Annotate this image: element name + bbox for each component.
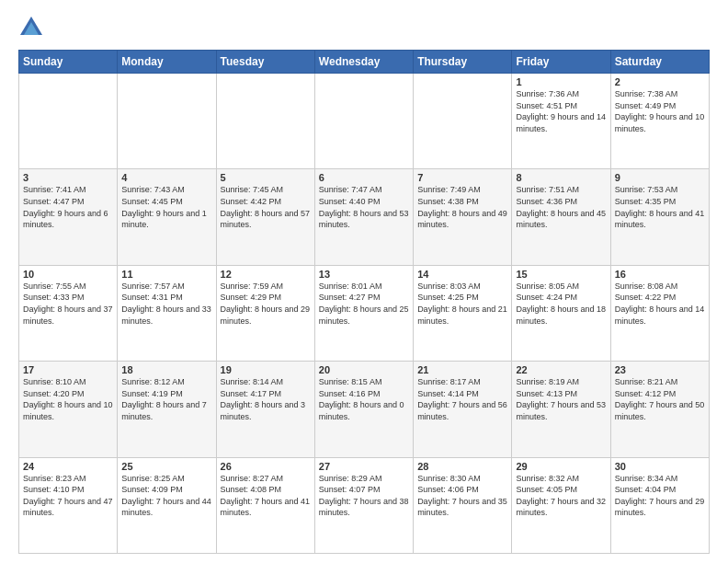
day-header-wednesday: Wednesday	[314, 51, 413, 74]
day-cell: 14Sunrise: 8:03 AM Sunset: 4:25 PM Dayli…	[414, 265, 512, 361]
day-cell	[314, 74, 413, 169]
day-info: Sunrise: 8:25 AM Sunset: 4:09 PM Dayligh…	[121, 473, 211, 519]
day-number: 10	[23, 269, 113, 280]
day-number: 1	[516, 76, 606, 87]
day-cell: 25Sunrise: 8:25 AM Sunset: 4:09 PM Dayli…	[118, 457, 216, 553]
day-number: 23	[615, 364, 705, 375]
day-info: Sunrise: 8:08 AM Sunset: 4:22 PM Dayligh…	[615, 281, 705, 327]
day-cell: 8Sunrise: 7:51 AM Sunset: 4:36 PM Daylig…	[512, 169, 610, 265]
day-cell: 30Sunrise: 8:34 AM Sunset: 4:04 PM Dayli…	[610, 457, 709, 553]
calendar-body: 1Sunrise: 7:36 AM Sunset: 4:51 PM Daylig…	[19, 74, 710, 554]
day-cell: 19Sunrise: 8:14 AM Sunset: 4:17 PM Dayli…	[216, 362, 314, 457]
day-cell: 18Sunrise: 8:12 AM Sunset: 4:19 PM Dayli…	[118, 362, 216, 457]
day-number: 29	[516, 461, 606, 472]
day-cell: 16Sunrise: 8:08 AM Sunset: 4:22 PM Dayli…	[610, 265, 709, 361]
day-header-thursday: Thursday	[414, 51, 512, 74]
day-cell: 9Sunrise: 7:53 AM Sunset: 4:35 PM Daylig…	[610, 169, 709, 265]
day-cell: 2Sunrise: 7:38 AM Sunset: 4:49 PM Daylig…	[610, 74, 709, 169]
day-info: Sunrise: 7:41 AM Sunset: 4:47 PM Dayligh…	[23, 184, 113, 230]
day-info: Sunrise: 7:57 AM Sunset: 4:31 PM Dayligh…	[121, 281, 211, 327]
day-info: Sunrise: 7:45 AM Sunset: 4:42 PM Dayligh…	[221, 184, 311, 230]
day-cell	[19, 74, 118, 169]
day-cell: 21Sunrise: 8:17 AM Sunset: 4:14 PM Dayli…	[414, 362, 512, 457]
day-cell: 1Sunrise: 7:36 AM Sunset: 4:51 PM Daylig…	[512, 74, 610, 169]
day-cell: 5Sunrise: 7:45 AM Sunset: 4:42 PM Daylig…	[216, 169, 314, 265]
day-info: Sunrise: 8:03 AM Sunset: 4:25 PM Dayligh…	[417, 281, 507, 327]
day-info: Sunrise: 8:23 AM Sunset: 4:10 PM Dayligh…	[23, 473, 113, 519]
day-info: Sunrise: 8:01 AM Sunset: 4:27 PM Dayligh…	[319, 281, 409, 327]
day-number: 20	[319, 364, 409, 375]
day-cell: 6Sunrise: 7:47 AM Sunset: 4:40 PM Daylig…	[314, 169, 413, 265]
day-number: 9	[615, 172, 705, 183]
day-number: 11	[121, 269, 211, 280]
day-number: 17	[23, 364, 113, 375]
week-row-1: 3Sunrise: 7:41 AM Sunset: 4:47 PM Daylig…	[19, 169, 710, 265]
day-number: 27	[319, 461, 409, 472]
day-number: 22	[516, 364, 606, 375]
day-header-monday: Monday	[118, 51, 216, 74]
day-cell: 7Sunrise: 7:49 AM Sunset: 4:38 PM Daylig…	[414, 169, 512, 265]
week-row-2: 10Sunrise: 7:55 AM Sunset: 4:33 PM Dayli…	[19, 265, 710, 361]
day-number: 4	[121, 172, 211, 183]
day-info: Sunrise: 8:10 AM Sunset: 4:20 PM Dayligh…	[23, 376, 113, 422]
day-cell: 13Sunrise: 8:01 AM Sunset: 4:27 PM Dayli…	[314, 265, 413, 361]
day-info: Sunrise: 7:55 AM Sunset: 4:33 PM Dayligh…	[23, 281, 113, 327]
day-number: 19	[221, 364, 311, 375]
day-header-saturday: Saturday	[610, 51, 709, 74]
day-cell: 11Sunrise: 7:57 AM Sunset: 4:31 PM Dayli…	[118, 265, 216, 361]
day-number: 21	[417, 364, 507, 375]
day-number: 16	[615, 269, 705, 280]
day-cell: 20Sunrise: 8:15 AM Sunset: 4:16 PM Dayli…	[314, 362, 413, 457]
page: SundayMondayTuesdayWednesdayThursdayFrid…	[0, 0, 728, 563]
week-row-0: 1Sunrise: 7:36 AM Sunset: 4:51 PM Daylig…	[19, 74, 710, 169]
day-number: 13	[319, 269, 409, 280]
day-header-sunday: Sunday	[19, 51, 118, 74]
day-number: 15	[516, 269, 606, 280]
day-cell: 12Sunrise: 7:59 AM Sunset: 4:29 PM Dayli…	[216, 265, 314, 361]
day-cell: 15Sunrise: 8:05 AM Sunset: 4:24 PM Dayli…	[512, 265, 610, 361]
day-number: 18	[121, 364, 211, 375]
logo	[18, 15, 48, 40]
day-number: 2	[615, 76, 705, 87]
day-number: 24	[23, 461, 113, 472]
day-number: 7	[417, 172, 507, 183]
day-info: Sunrise: 7:51 AM Sunset: 4:36 PM Dayligh…	[516, 184, 606, 230]
day-number: 25	[121, 461, 211, 472]
day-info: Sunrise: 7:59 AM Sunset: 4:29 PM Dayligh…	[221, 281, 311, 327]
calendar-table: SundayMondayTuesdayWednesdayThursdayFrid…	[18, 50, 710, 554]
day-cell: 17Sunrise: 8:10 AM Sunset: 4:20 PM Dayli…	[19, 362, 118, 457]
day-info: Sunrise: 7:53 AM Sunset: 4:35 PM Dayligh…	[615, 184, 705, 230]
day-info: Sunrise: 8:19 AM Sunset: 4:13 PM Dayligh…	[516, 376, 606, 422]
day-number: 3	[23, 172, 113, 183]
day-number: 6	[319, 172, 409, 183]
day-info: Sunrise: 8:17 AM Sunset: 4:14 PM Dayligh…	[417, 376, 507, 422]
day-info: Sunrise: 8:27 AM Sunset: 4:08 PM Dayligh…	[221, 473, 311, 519]
week-row-3: 17Sunrise: 8:10 AM Sunset: 4:20 PM Dayli…	[19, 362, 710, 457]
day-cell: 27Sunrise: 8:29 AM Sunset: 4:07 PM Dayli…	[314, 457, 413, 553]
day-info: Sunrise: 8:34 AM Sunset: 4:04 PM Dayligh…	[615, 473, 705, 519]
day-cell: 24Sunrise: 8:23 AM Sunset: 4:10 PM Dayli…	[19, 457, 118, 553]
day-info: Sunrise: 7:38 AM Sunset: 4:49 PM Dayligh…	[615, 88, 705, 134]
day-info: Sunrise: 8:32 AM Sunset: 4:05 PM Dayligh…	[516, 473, 606, 519]
day-number: 30	[615, 461, 705, 472]
day-info: Sunrise: 8:29 AM Sunset: 4:07 PM Dayligh…	[319, 473, 409, 519]
day-number: 8	[516, 172, 606, 183]
header	[18, 15, 710, 40]
day-cell: 10Sunrise: 7:55 AM Sunset: 4:33 PM Dayli…	[19, 265, 118, 361]
day-info: Sunrise: 7:43 AM Sunset: 4:45 PM Dayligh…	[121, 184, 211, 230]
day-info: Sunrise: 8:05 AM Sunset: 4:24 PM Dayligh…	[516, 281, 606, 327]
day-header-friday: Friday	[512, 51, 610, 74]
week-row-4: 24Sunrise: 8:23 AM Sunset: 4:10 PM Dayli…	[19, 457, 710, 553]
day-info: Sunrise: 8:15 AM Sunset: 4:16 PM Dayligh…	[319, 376, 409, 422]
header-row: SundayMondayTuesdayWednesdayThursdayFrid…	[19, 51, 710, 74]
day-header-tuesday: Tuesday	[216, 51, 314, 74]
day-cell: 29Sunrise: 8:32 AM Sunset: 4:05 PM Dayli…	[512, 457, 610, 553]
day-number: 14	[417, 269, 507, 280]
day-info: Sunrise: 7:49 AM Sunset: 4:38 PM Dayligh…	[417, 184, 507, 230]
day-number: 12	[221, 269, 311, 280]
day-cell	[216, 74, 314, 169]
day-number: 28	[417, 461, 507, 472]
day-cell: 23Sunrise: 8:21 AM Sunset: 4:12 PM Dayli…	[610, 362, 709, 457]
day-info: Sunrise: 7:47 AM Sunset: 4:40 PM Dayligh…	[319, 184, 409, 230]
day-number: 26	[221, 461, 311, 472]
